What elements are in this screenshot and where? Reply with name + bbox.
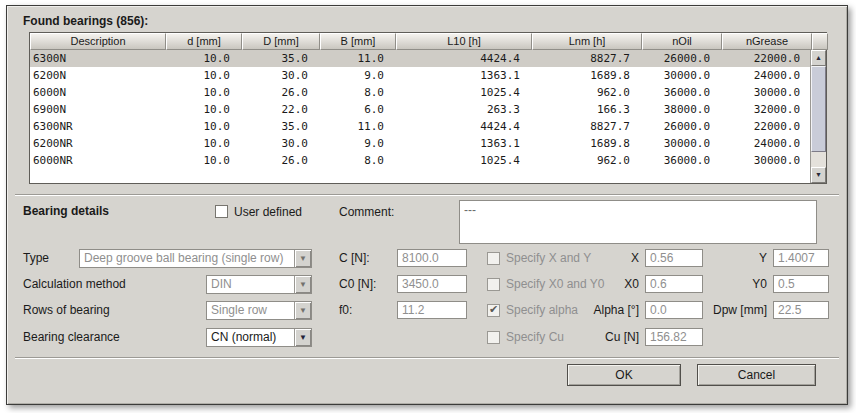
specify-alpha-label: Specify alpha: [506, 301, 578, 319]
c0-label: C0 [N]:: [339, 275, 376, 293]
cell: 263.3: [396, 101, 532, 118]
column-header-noil[interactable]: nOil: [642, 33, 722, 50]
specify-xy-checkbox: [487, 252, 500, 265]
y0-field: 0.5: [773, 275, 829, 293]
cell: 1689.8: [532, 135, 642, 152]
cell: 4424.4: [396, 50, 532, 67]
cell: 166.3: [532, 101, 642, 118]
column-header-ngrease[interactable]: nGrease: [722, 33, 812, 50]
column-header-description[interactable]: Description: [30, 33, 166, 50]
ok-button[interactable]: OK: [567, 364, 681, 386]
cell: 22.0: [242, 101, 320, 118]
cell: 962.0: [532, 84, 642, 101]
type-combo-value: Deep groove ball bearing (single row): [84, 250, 293, 267]
bearing-clearance-combo-value: CN (normal): [211, 329, 293, 346]
bearing-table-body: 6300N10.035.011.04424.48827.726000.02200…: [30, 50, 810, 183]
specify-x0y0-label: Specify X0 and Y0: [506, 275, 605, 293]
rows-of-bearing-combo: Single row ▼: [206, 301, 312, 320]
cell: 1025.4: [396, 84, 532, 101]
c0-field: 3450.0: [397, 275, 467, 293]
specify-x0y0-checkbox: [487, 278, 500, 291]
c-field: 8100.0: [397, 249, 467, 267]
bearing-selection-dialog: Found bearings (856): Descriptiond [mm]D…: [6, 5, 848, 405]
cell: 26000.0: [642, 50, 722, 67]
cell: 22000.0: [722, 50, 810, 67]
type-label: Type: [23, 249, 49, 267]
cell: 30.0: [242, 67, 320, 84]
scroll-down-icon: ▼: [815, 171, 822, 178]
column-header-d-mm[interactable]: d [mm]: [166, 33, 242, 50]
bearing-table: Descriptiond [mm]D [mm]B [mm]L10 [h]Lnm …: [29, 32, 827, 184]
cell: 10.0: [166, 50, 242, 67]
table-row-6000NR[interactable]: 6000NR10.026.08.01025.4962.036000.030000…: [30, 152, 810, 169]
cell: 4424.4: [396, 118, 532, 135]
bearing-details-title: Bearing details: [23, 202, 109, 220]
cell: 6300NR: [30, 118, 166, 135]
cell: 8.0: [320, 152, 396, 169]
specify-cu-checkbox: [487, 331, 500, 344]
alpha-field: 0.0: [645, 301, 703, 319]
c-label: C [N]:: [339, 249, 370, 267]
y0-label: Y0: [752, 275, 767, 293]
cell: 1363.1: [396, 135, 532, 152]
bearing-clearance-label: Bearing clearance: [23, 328, 120, 346]
cell: 24000.0: [722, 67, 810, 84]
scroll-thumb[interactable]: [811, 66, 826, 152]
f0-field: 11.2: [397, 301, 467, 319]
table-row-6000N[interactable]: 6000N10.026.08.01025.4962.036000.030000.…: [30, 84, 810, 101]
cell: 10.0: [166, 135, 242, 152]
cell: 26.0: [242, 152, 320, 169]
cell: 10.0: [166, 152, 242, 169]
chevron-down-icon: ▼: [294, 276, 311, 293]
chevron-down-icon: ▼: [294, 329, 311, 346]
table-row-6300N[interactable]: 6300N10.035.011.04424.48827.726000.02200…: [30, 50, 810, 67]
f0-label: f0:: [339, 301, 352, 319]
scroll-down-button[interactable]: ▼: [811, 167, 826, 183]
cell: 1689.8: [532, 67, 642, 84]
cell: 30000.0: [642, 135, 722, 152]
cell: 1363.1: [396, 67, 532, 84]
cell: 6900N: [30, 101, 166, 118]
chevron-down-icon: ▼: [294, 250, 311, 267]
alpha-label: Alpha [°]: [594, 301, 640, 319]
column-header-b-mm[interactable]: B [mm]: [320, 33, 396, 50]
cell: 10.0: [166, 84, 242, 101]
column-header-lnm-h[interactable]: Lnm [h]: [532, 33, 642, 50]
cell: 11.0: [320, 50, 396, 67]
cu-field: 156.82: [645, 328, 703, 346]
cell: 11.0: [320, 118, 396, 135]
cell: 6300N: [30, 50, 166, 67]
y-field: 1.4007: [773, 249, 829, 267]
dpw-field: 22.5: [773, 301, 829, 319]
cell: 24000.0: [722, 135, 810, 152]
column-header-d-mm[interactable]: D [mm]: [242, 33, 320, 50]
cancel-button[interactable]: Cancel: [697, 364, 816, 386]
specify-xy-label: Specify X and Y: [506, 249, 591, 267]
table-scrollbar[interactable]: ▲ ▼: [810, 50, 826, 183]
found-bearings-label: Found bearings (856):: [23, 12, 148, 30]
rows-of-bearing-label: Rows of bearing: [23, 301, 110, 319]
cell: 962.0: [532, 152, 642, 169]
table-row-6900N[interactable]: 6900N10.022.06.0263.3166.338000.032000.0: [30, 101, 810, 118]
user-defined-checkbox[interactable]: [215, 205, 228, 218]
cell: 6.0: [320, 101, 396, 118]
cell: 36000.0: [642, 152, 722, 169]
cell: 6200NR: [30, 135, 166, 152]
specify-alpha-checkbox: [487, 304, 500, 317]
cell: 26.0: [242, 84, 320, 101]
cell: 35.0: [242, 118, 320, 135]
bearing-clearance-combo[interactable]: CN (normal) ▼: [206, 328, 312, 347]
table-row-6200NR[interactable]: 6200NR10.030.09.01363.11689.830000.02400…: [30, 135, 810, 152]
cell: 30000.0: [722, 152, 810, 169]
table-row-6300NR[interactable]: 6300NR10.035.011.04424.48827.726000.0220…: [30, 118, 810, 135]
x-field: 0.56: [645, 249, 703, 267]
cell: 8.0: [320, 84, 396, 101]
column-header-l10-h[interactable]: L10 [h]: [396, 33, 532, 50]
cell: 10.0: [166, 101, 242, 118]
comment-field[interactable]: ---: [459, 200, 817, 244]
scroll-up-button[interactable]: ▲: [811, 50, 826, 66]
dpw-label: Dpw [mm]: [713, 301, 767, 319]
table-row-6200N[interactable]: 6200N10.030.09.01363.11689.830000.024000…: [30, 67, 810, 84]
calc-method-combo-value: DIN: [211, 276, 293, 293]
cell: 26000.0: [642, 118, 722, 135]
